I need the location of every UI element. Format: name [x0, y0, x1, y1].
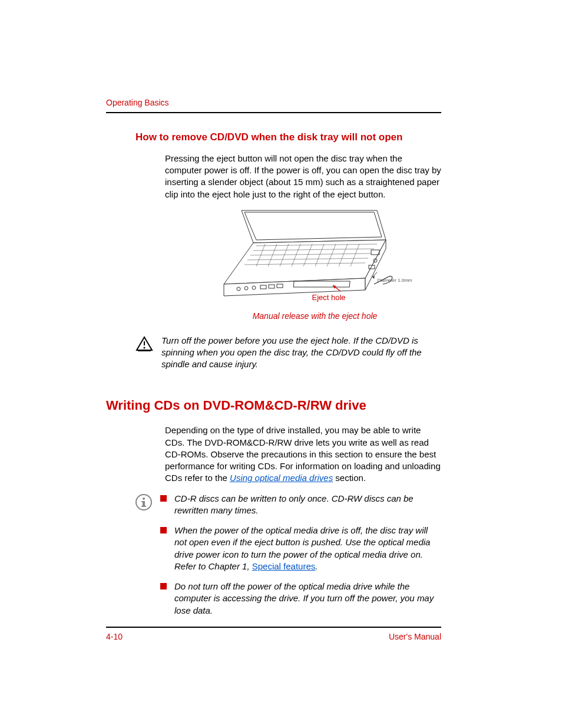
svg-rect-35 — [141, 501, 145, 502]
para-text-post: section. — [333, 473, 366, 483]
caution-icon — [135, 336, 153, 354]
page-footer: 4-10 User's Manual — [106, 627, 441, 643]
section2-paragraph: Depending on the type of drive installed… — [165, 424, 441, 484]
footer-rule — [106, 627, 441, 628]
notes-list: CD-R discs can be written to only once. … — [160, 493, 441, 625]
link-using-optical-media-drives[interactable]: Using optical media drives — [230, 473, 333, 483]
note-text: Do not turn off the power of the optical… — [174, 581, 434, 615]
header-rule — [106, 112, 441, 113]
note-item-2: When the power of the optical media driv… — [160, 525, 441, 572]
section-heading: Writing CDs on DVD-ROM&CD-R/RW drive — [106, 397, 441, 414]
eject-hole-label: Eject hole — [312, 292, 346, 303]
page-content: Operating Basics How to remove CD/DVD wh… — [0, 0, 562, 625]
page-number: 4-10 — [106, 631, 123, 643]
svg-point-33 — [143, 498, 145, 500]
subsection-heading: How to remove CD/DVD when the disk tray … — [135, 131, 441, 144]
warning-callout: Turn off the power before you use the ej… — [135, 335, 441, 371]
section1-paragraph: Pressing the eject button will not open … — [165, 153, 441, 200]
info-callout: CD-R discs can be written to only once. … — [135, 493, 441, 625]
note-text: CD-R discs can be written to only once. … — [174, 493, 414, 515]
figure-caption: Manual release with the eject hole — [189, 311, 441, 322]
note-item-3: Do not turn off the power of the optical… — [160, 581, 441, 617]
diameter-label: Diameter 1.0mm — [377, 278, 412, 284]
document-title: User's Manual — [389, 631, 441, 643]
svg-rect-36 — [141, 506, 146, 507]
figure-eject-hole: Eject hole Diameter 1.0mm Manual release… — [165, 207, 441, 322]
info-icon — [135, 494, 152, 513]
note-item-1: CD-R discs can be written to only once. … — [160, 493, 441, 517]
warning-text: Turn off the power before you use the ej… — [161, 335, 441, 371]
svg-point-30 — [144, 347, 146, 348]
running-header: Operating Basics — [106, 97, 441, 108]
link-special-features[interactable]: Special features — [252, 561, 316, 571]
note-text-post: . — [315, 561, 318, 571]
laptop-illustration: Eject hole Diameter 1.0mm — [212, 207, 395, 302]
